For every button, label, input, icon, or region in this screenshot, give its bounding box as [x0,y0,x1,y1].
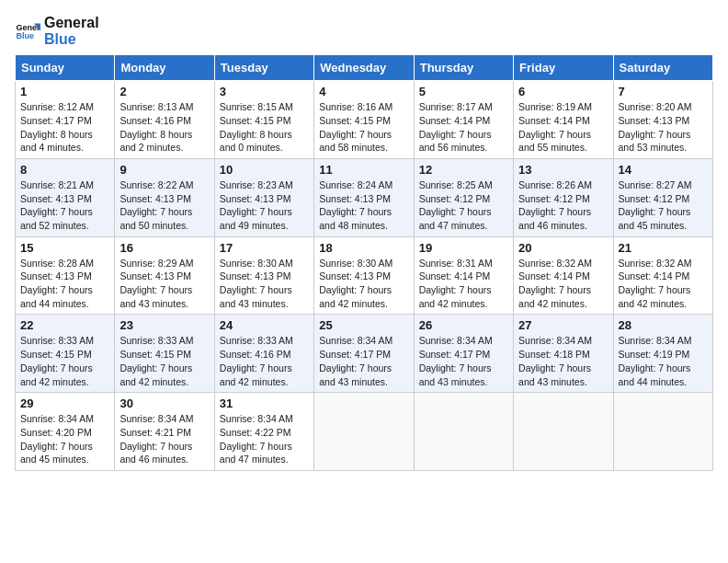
cell-info: Sunrise: 8:17 AMSunset: 4:14 PMDaylight:… [419,101,493,153]
calendar-cell: 31 Sunrise: 8:34 AMSunset: 4:22 PMDaylig… [214,393,313,471]
calendar-week-3: 15 Sunrise: 8:28 AMSunset: 4:13 PMDaylig… [16,236,713,315]
calendar-cell: 4 Sunrise: 8:16 AMSunset: 4:15 PMDayligh… [314,81,414,159]
calendar-cell: 12 Sunrise: 8:25 AMSunset: 4:12 PMDaylig… [414,158,513,236]
calendar-cell: 28 Sunrise: 8:34 AMSunset: 4:19 PMDaylig… [613,315,712,393]
calendar-cell [514,393,613,471]
calendar-cell: 24 Sunrise: 8:33 AMSunset: 4:16 PMDaylig… [214,315,313,393]
cell-info: Sunrise: 8:34 AMSunset: 4:21 PMDaylight:… [119,413,193,465]
cell-info: Sunrise: 8:21 AMSunset: 4:13 PMDaylight:… [20,179,94,231]
day-number: 6 [518,85,608,98]
weekday-header-sunday: Sunday [16,55,115,81]
cell-info: Sunrise: 8:30 AMSunset: 4:13 PMDaylight:… [319,258,392,309]
day-number: 17 [220,241,309,255]
cell-info: Sunrise: 8:12 AMSunset: 4:17 PMDaylight:… [20,101,94,153]
calendar-week-2: 8 Sunrise: 8:21 AMSunset: 4:13 PMDayligh… [16,158,713,236]
calendar-cell: 1 Sunrise: 8:12 AMSunset: 4:17 PMDayligh… [16,81,115,159]
cell-info: Sunrise: 8:33 AMSunset: 4:15 PMDaylight:… [20,335,94,386]
weekday-header-row: SundayMondayTuesdayWednesdayThursdayFrid… [16,55,713,81]
cell-info: Sunrise: 8:13 AMSunset: 4:16 PMDaylight:… [119,101,193,153]
calendar-cell: 18 Sunrise: 8:30 AMSunset: 4:13 PMDaylig… [314,236,414,315]
calendar-cell: 11 Sunrise: 8:24 AMSunset: 4:13 PMDaylig… [314,158,414,236]
weekday-header-friday: Friday [514,55,613,81]
day-number: 2 [119,85,209,98]
calendar-cell: 9 Sunrise: 8:22 AMSunset: 4:13 PMDayligh… [115,158,214,236]
calendar-cell: 25 Sunrise: 8:34 AMSunset: 4:17 PMDaylig… [314,315,414,393]
cell-info: Sunrise: 8:33 AMSunset: 4:16 PMDaylight:… [220,335,293,386]
day-number: 21 [619,241,708,255]
day-number: 15 [20,241,109,255]
calendar-week-1: 1 Sunrise: 8:12 AMSunset: 4:17 PMDayligh… [16,81,713,159]
day-number: 26 [419,318,508,332]
day-number: 20 [518,241,608,255]
logo: General Blue General Blue [15,15,99,47]
cell-info: Sunrise: 8:15 AMSunset: 4:15 PMDaylight:… [220,101,293,153]
calendar-week-4: 22 Sunrise: 8:33 AMSunset: 4:15 PMDaylig… [16,315,713,393]
weekday-header-wednesday: Wednesday [314,55,414,81]
logo-blue: Blue [44,31,99,48]
cell-info: Sunrise: 8:24 AMSunset: 4:13 PMDaylight:… [319,179,392,231]
day-number: 8 [20,163,109,177]
logo-icon: General Blue [15,18,40,44]
calendar-cell: 2 Sunrise: 8:13 AMSunset: 4:16 PMDayligh… [115,81,214,159]
cell-info: Sunrise: 8:23 AMSunset: 4:13 PMDaylight:… [220,179,293,231]
calendar-cell: 14 Sunrise: 8:27 AMSunset: 4:12 PMDaylig… [613,158,712,236]
cell-info: Sunrise: 8:32 AMSunset: 4:14 PMDaylight:… [518,258,592,309]
calendar-cell: 27 Sunrise: 8:34 AMSunset: 4:18 PMDaylig… [514,315,613,393]
cell-info: Sunrise: 8:29 AMSunset: 4:13 PMDaylight:… [119,258,193,309]
day-number: 13 [518,163,608,177]
cell-info: Sunrise: 8:34 AMSunset: 4:17 PMDaylight:… [419,335,493,386]
calendar-cell: 8 Sunrise: 8:21 AMSunset: 4:13 PMDayligh… [16,158,115,236]
day-number: 12 [419,163,508,177]
day-number: 1 [20,85,109,98]
calendar-cell: 10 Sunrise: 8:23 AMSunset: 4:13 PMDaylig… [214,158,313,236]
cell-info: Sunrise: 8:16 AMSunset: 4:15 PMDaylight:… [319,101,392,153]
calendar-cell: 21 Sunrise: 8:32 AMSunset: 4:14 PMDaylig… [613,236,712,315]
cell-info: Sunrise: 8:34 AMSunset: 4:17 PMDaylight:… [319,335,392,386]
cell-info: Sunrise: 8:34 AMSunset: 4:19 PMDaylight:… [619,335,692,386]
calendar-cell [414,393,513,471]
day-number: 19 [419,241,508,255]
day-number: 10 [220,163,309,177]
day-number: 11 [319,163,408,177]
weekday-header-saturday: Saturday [613,55,712,81]
calendar-cell: 17 Sunrise: 8:30 AMSunset: 4:13 PMDaylig… [214,236,313,315]
calendar-cell: 7 Sunrise: 8:20 AMSunset: 4:13 PMDayligh… [613,81,712,159]
page-header: General Blue General Blue [15,15,713,47]
cell-info: Sunrise: 8:26 AMSunset: 4:12 PMDaylight:… [518,179,592,231]
cell-info: Sunrise: 8:28 AMSunset: 4:13 PMDaylight:… [20,258,94,309]
calendar-cell: 6 Sunrise: 8:19 AMSunset: 4:14 PMDayligh… [514,81,613,159]
calendar-cell: 29 Sunrise: 8:34 AMSunset: 4:20 PMDaylig… [16,393,115,471]
weekday-header-thursday: Thursday [414,55,513,81]
calendar-cell: 3 Sunrise: 8:15 AMSunset: 4:15 PMDayligh… [214,81,313,159]
calendar-table: SundayMondayTuesdayWednesdayThursdayFrid… [15,54,713,471]
day-number: 24 [220,318,309,332]
day-number: 30 [119,396,209,410]
calendar-cell: 16 Sunrise: 8:29 AMSunset: 4:13 PMDaylig… [115,236,214,315]
cell-info: Sunrise: 8:32 AMSunset: 4:14 PMDaylight:… [619,258,692,309]
day-number: 18 [319,241,408,255]
cell-info: Sunrise: 8:22 AMSunset: 4:13 PMDaylight:… [119,179,193,231]
logo-general: General [44,15,99,31]
day-number: 4 [319,85,408,98]
day-number: 9 [119,163,209,177]
calendar-cell: 15 Sunrise: 8:28 AMSunset: 4:13 PMDaylig… [16,236,115,315]
day-number: 16 [119,241,209,255]
day-number: 5 [419,85,508,98]
day-number: 14 [619,163,708,177]
calendar-cell: 5 Sunrise: 8:17 AMSunset: 4:14 PMDayligh… [414,81,513,159]
day-number: 29 [20,396,109,410]
day-number: 23 [119,318,209,332]
calendar-cell [613,393,712,471]
weekday-header-monday: Monday [115,55,214,81]
cell-info: Sunrise: 8:25 AMSunset: 4:12 PMDaylight:… [419,179,493,231]
day-number: 22 [20,318,109,332]
calendar-cell: 23 Sunrise: 8:33 AMSunset: 4:15 PMDaylig… [115,315,214,393]
cell-info: Sunrise: 8:31 AMSunset: 4:14 PMDaylight:… [419,258,493,309]
calendar-cell: 22 Sunrise: 8:33 AMSunset: 4:15 PMDaylig… [16,315,115,393]
cell-info: Sunrise: 8:34 AMSunset: 4:20 PMDaylight:… [20,413,94,465]
cell-info: Sunrise: 8:19 AMSunset: 4:14 PMDaylight:… [518,101,592,153]
day-number: 27 [518,318,608,332]
calendar-cell: 26 Sunrise: 8:34 AMSunset: 4:17 PMDaylig… [414,315,513,393]
calendar-cell [314,393,414,471]
calendar-cell: 20 Sunrise: 8:32 AMSunset: 4:14 PMDaylig… [514,236,613,315]
